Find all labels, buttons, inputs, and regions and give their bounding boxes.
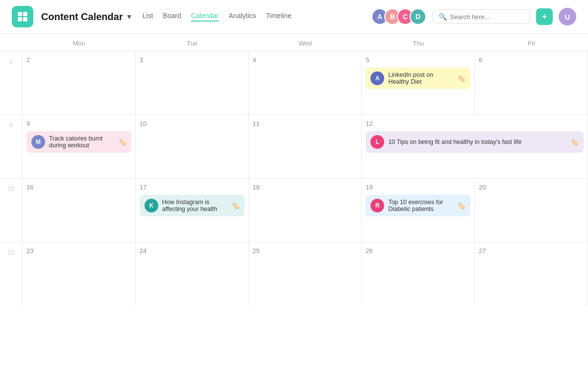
day-number: 3 bbox=[140, 56, 245, 64]
day-number: 20 bbox=[479, 184, 584, 191]
app-title: Content Calendar bbox=[41, 11, 123, 23]
calendar-header: Mon Tue Wed Thu Fri bbox=[0, 34, 588, 51]
header-mon: Mon bbox=[23, 34, 136, 51]
event-diabetic[interactable]: R Top 10 exercises for Diabetic patients… bbox=[366, 195, 470, 216]
event-title: 10 Tips on being fit and healthy in toda… bbox=[388, 139, 567, 145]
day-number: 5 bbox=[366, 56, 470, 64]
day-number: 19 bbox=[366, 184, 470, 191]
day-number: 16 bbox=[26, 184, 131, 191]
header-right: A B C D 🔍 + U bbox=[371, 8, 576, 25]
svg-rect-3 bbox=[23, 17, 27, 22]
header: Content Calendar ▼ List Board Calendar A… bbox=[0, 0, 588, 34]
day-number: 24 bbox=[140, 247, 245, 255]
chevron-down-icon: ▼ bbox=[126, 13, 133, 21]
calendar-body: 1 2 3 4 5 A LinkedIn post on Healthy Die… bbox=[0, 51, 588, 305]
day-2: 2 bbox=[23, 51, 136, 115]
event-avatar: R bbox=[370, 199, 384, 212]
tag-icon: 🏷️ bbox=[119, 139, 126, 146]
week-num-8: 8 bbox=[0, 115, 23, 178]
day-number: 9 bbox=[26, 120, 131, 127]
day-number: 12 bbox=[366, 120, 584, 127]
event-avatar: L bbox=[370, 135, 384, 149]
nav-timeline[interactable]: Timeline bbox=[266, 12, 292, 22]
search-input[interactable] bbox=[450, 13, 524, 21]
day-20: 20 bbox=[475, 178, 588, 242]
tag-icon: 🏷️ bbox=[232, 202, 240, 210]
title-area[interactable]: Content Calendar ▼ bbox=[41, 11, 133, 23]
day-4: 4 bbox=[249, 51, 362, 115]
day-25: 25 bbox=[249, 242, 362, 305]
event-avatar: A bbox=[370, 71, 384, 85]
day-3: 3 bbox=[136, 51, 249, 115]
tag-icon: 🏷️ bbox=[458, 75, 466, 82]
day-number: 6 bbox=[479, 56, 584, 64]
week-col-header bbox=[0, 34, 23, 51]
calendar: Mon Tue Wed Thu Fri 1 2 3 4 5 A LinkedIn… bbox=[0, 34, 588, 305]
svg-rect-0 bbox=[18, 12, 22, 16]
event-title: Track calories burnt during workout bbox=[49, 135, 115, 149]
current-user-avatar: U bbox=[559, 8, 576, 25]
day-9: 9 M Track calories burnt during workout … bbox=[23, 115, 136, 178]
search-box[interactable]: 🔍 bbox=[432, 9, 530, 24]
event-avatar: K bbox=[145, 199, 158, 212]
day-6: 6 bbox=[475, 51, 588, 115]
nav-list[interactable]: List bbox=[143, 12, 153, 22]
team-avatars: A B C D bbox=[371, 8, 426, 25]
nav-analytics[interactable]: Analytics bbox=[229, 12, 256, 22]
week-num-22: 22 bbox=[0, 242, 23, 305]
day-number: 11 bbox=[253, 120, 358, 127]
day-number: 18 bbox=[253, 184, 358, 191]
day-11: 11 bbox=[249, 115, 362, 178]
day-number: 25 bbox=[253, 247, 358, 255]
day-number: 10 bbox=[140, 120, 245, 127]
header-tue: Tue bbox=[136, 34, 249, 51]
day-23: 23 bbox=[23, 242, 136, 305]
avatar-4: D bbox=[410, 8, 426, 25]
day-16: 16 bbox=[23, 178, 136, 242]
day-number: 23 bbox=[26, 247, 131, 255]
nav-board[interactable]: Board bbox=[163, 12, 181, 22]
event-linkedin-diet[interactable]: A LinkedIn post on Healthy Diet 🏷️ bbox=[366, 68, 470, 89]
day-number: 27 bbox=[479, 247, 584, 255]
day-number: 17 bbox=[140, 184, 245, 191]
event-title: LinkedIn post on Healthy Diet bbox=[388, 71, 454, 85]
svg-rect-1 bbox=[23, 12, 27, 16]
week-num-15: 15 bbox=[0, 178, 23, 242]
event-avatar: M bbox=[31, 135, 45, 149]
day-26: 26 bbox=[362, 242, 475, 305]
day-12-13: 12 L 10 Tips on being fit and healthy in… bbox=[362, 115, 588, 178]
main-nav: List Board Calendar Analytics Timeline bbox=[143, 12, 292, 22]
header-fri: Fri bbox=[475, 34, 588, 51]
app-icon bbox=[12, 6, 33, 27]
week-num-1: 1 bbox=[0, 51, 23, 115]
day-number: 2 bbox=[26, 56, 131, 64]
nav-calendar[interactable]: Calendar bbox=[191, 12, 219, 22]
day-10: 10 bbox=[136, 115, 249, 178]
search-icon: 🔍 bbox=[439, 13, 447, 21]
event-calories[interactable]: M Track calories burnt during workout 🏷️ bbox=[26, 131, 131, 153]
day-18: 18 bbox=[249, 178, 362, 242]
add-button[interactable]: + bbox=[536, 8, 553, 25]
day-number: 26 bbox=[366, 247, 470, 255]
header-thu: Thu bbox=[362, 34, 475, 51]
event-instagram[interactable]: K How Instagram is affecting your health… bbox=[140, 195, 245, 216]
svg-rect-2 bbox=[18, 17, 22, 22]
tag-icon: 🏷️ bbox=[571, 139, 579, 146]
header-wed: Wed bbox=[249, 34, 362, 51]
day-27: 27 bbox=[475, 242, 588, 305]
day-5: 5 A LinkedIn post on Healthy Diet 🏷️ bbox=[362, 51, 475, 115]
day-number: 4 bbox=[253, 56, 358, 64]
day-17: 17 K How Instagram is affecting your hea… bbox=[136, 178, 249, 242]
event-title: Top 10 exercises for Diabetic patients bbox=[388, 199, 454, 212]
event-title: How Instagram is affecting your health bbox=[162, 199, 228, 212]
day-24: 24 bbox=[136, 242, 249, 305]
event-10tips[interactable]: L 10 Tips on being fit and healthy in to… bbox=[366, 131, 584, 153]
tag-icon: 🏷️ bbox=[458, 202, 466, 210]
grid-icon bbox=[16, 10, 29, 23]
day-19: 19 R Top 10 exercises for Diabetic patie… bbox=[362, 178, 475, 242]
